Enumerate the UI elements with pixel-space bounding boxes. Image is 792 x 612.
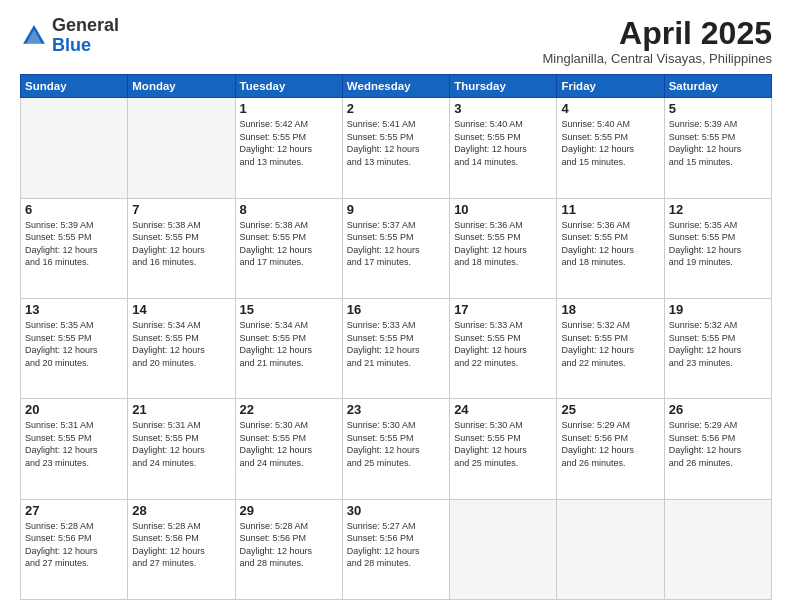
day-number: 28	[132, 503, 230, 518]
day-number: 16	[347, 302, 445, 317]
day-number: 1	[240, 101, 338, 116]
day-number: 21	[132, 402, 230, 417]
weekday-header-friday: Friday	[557, 75, 664, 98]
day-cell	[664, 499, 771, 599]
day-detail: Sunrise: 5:33 AM Sunset: 5:55 PM Dayligh…	[347, 319, 445, 369]
day-cell: 11Sunrise: 5:36 AM Sunset: 5:55 PM Dayli…	[557, 198, 664, 298]
week-row-0: 1Sunrise: 5:42 AM Sunset: 5:55 PM Daylig…	[21, 98, 772, 198]
day-cell: 7Sunrise: 5:38 AM Sunset: 5:55 PM Daylig…	[128, 198, 235, 298]
day-detail: Sunrise: 5:39 AM Sunset: 5:55 PM Dayligh…	[669, 118, 767, 168]
day-cell: 26Sunrise: 5:29 AM Sunset: 5:56 PM Dayli…	[664, 399, 771, 499]
week-row-2: 13Sunrise: 5:35 AM Sunset: 5:55 PM Dayli…	[21, 298, 772, 398]
day-number: 8	[240, 202, 338, 217]
weekday-header-sunday: Sunday	[21, 75, 128, 98]
logo-icon	[20, 22, 48, 50]
day-cell: 20Sunrise: 5:31 AM Sunset: 5:55 PM Dayli…	[21, 399, 128, 499]
weekday-header-thursday: Thursday	[450, 75, 557, 98]
day-cell: 24Sunrise: 5:30 AM Sunset: 5:55 PM Dayli…	[450, 399, 557, 499]
day-number: 27	[25, 503, 123, 518]
day-detail: Sunrise: 5:38 AM Sunset: 5:55 PM Dayligh…	[240, 219, 338, 269]
day-detail: Sunrise: 5:36 AM Sunset: 5:55 PM Dayligh…	[561, 219, 659, 269]
logo-general: General	[52, 15, 119, 35]
day-detail: Sunrise: 5:30 AM Sunset: 5:55 PM Dayligh…	[454, 419, 552, 469]
day-cell: 13Sunrise: 5:35 AM Sunset: 5:55 PM Dayli…	[21, 298, 128, 398]
day-number: 13	[25, 302, 123, 317]
day-cell	[557, 499, 664, 599]
day-number: 29	[240, 503, 338, 518]
weekday-header-monday: Monday	[128, 75, 235, 98]
day-detail: Sunrise: 5:41 AM Sunset: 5:55 PM Dayligh…	[347, 118, 445, 168]
day-cell: 9Sunrise: 5:37 AM Sunset: 5:55 PM Daylig…	[342, 198, 449, 298]
day-number: 10	[454, 202, 552, 217]
day-number: 19	[669, 302, 767, 317]
month-title: April 2025	[542, 16, 772, 51]
day-number: 24	[454, 402, 552, 417]
day-cell: 25Sunrise: 5:29 AM Sunset: 5:56 PM Dayli…	[557, 399, 664, 499]
day-cell: 17Sunrise: 5:33 AM Sunset: 5:55 PM Dayli…	[450, 298, 557, 398]
day-number: 9	[347, 202, 445, 217]
day-number: 18	[561, 302, 659, 317]
week-row-3: 20Sunrise: 5:31 AM Sunset: 5:55 PM Dayli…	[21, 399, 772, 499]
day-cell: 27Sunrise: 5:28 AM Sunset: 5:56 PM Dayli…	[21, 499, 128, 599]
day-detail: Sunrise: 5:32 AM Sunset: 5:55 PM Dayligh…	[669, 319, 767, 369]
day-cell: 28Sunrise: 5:28 AM Sunset: 5:56 PM Dayli…	[128, 499, 235, 599]
day-number: 17	[454, 302, 552, 317]
day-detail: Sunrise: 5:40 AM Sunset: 5:55 PM Dayligh…	[454, 118, 552, 168]
day-number: 2	[347, 101, 445, 116]
day-cell: 10Sunrise: 5:36 AM Sunset: 5:55 PM Dayli…	[450, 198, 557, 298]
logo-blue: Blue	[52, 35, 91, 55]
header: General Blue April 2025 Minglanilla, Cen…	[20, 16, 772, 66]
weekday-header-wednesday: Wednesday	[342, 75, 449, 98]
day-cell: 15Sunrise: 5:34 AM Sunset: 5:55 PM Dayli…	[235, 298, 342, 398]
week-row-1: 6Sunrise: 5:39 AM Sunset: 5:55 PM Daylig…	[21, 198, 772, 298]
day-number: 7	[132, 202, 230, 217]
day-cell: 4Sunrise: 5:40 AM Sunset: 5:55 PM Daylig…	[557, 98, 664, 198]
day-number: 30	[347, 503, 445, 518]
title-block: April 2025 Minglanilla, Central Visayas,…	[542, 16, 772, 66]
day-cell: 16Sunrise: 5:33 AM Sunset: 5:55 PM Dayli…	[342, 298, 449, 398]
day-cell: 18Sunrise: 5:32 AM Sunset: 5:55 PM Dayli…	[557, 298, 664, 398]
weekday-header-row: SundayMondayTuesdayWednesdayThursdayFrid…	[21, 75, 772, 98]
day-cell	[450, 499, 557, 599]
day-cell	[21, 98, 128, 198]
day-number: 14	[132, 302, 230, 317]
day-detail: Sunrise: 5:38 AM Sunset: 5:55 PM Dayligh…	[132, 219, 230, 269]
day-number: 11	[561, 202, 659, 217]
day-detail: Sunrise: 5:34 AM Sunset: 5:55 PM Dayligh…	[132, 319, 230, 369]
day-cell: 21Sunrise: 5:31 AM Sunset: 5:55 PM Dayli…	[128, 399, 235, 499]
day-detail: Sunrise: 5:33 AM Sunset: 5:55 PM Dayligh…	[454, 319, 552, 369]
day-detail: Sunrise: 5:40 AM Sunset: 5:55 PM Dayligh…	[561, 118, 659, 168]
day-detail: Sunrise: 5:27 AM Sunset: 5:56 PM Dayligh…	[347, 520, 445, 570]
day-cell: 12Sunrise: 5:35 AM Sunset: 5:55 PM Dayli…	[664, 198, 771, 298]
day-cell: 1Sunrise: 5:42 AM Sunset: 5:55 PM Daylig…	[235, 98, 342, 198]
day-detail: Sunrise: 5:35 AM Sunset: 5:55 PM Dayligh…	[669, 219, 767, 269]
day-cell: 2Sunrise: 5:41 AM Sunset: 5:55 PM Daylig…	[342, 98, 449, 198]
day-number: 15	[240, 302, 338, 317]
day-cell: 23Sunrise: 5:30 AM Sunset: 5:55 PM Dayli…	[342, 399, 449, 499]
day-detail: Sunrise: 5:42 AM Sunset: 5:55 PM Dayligh…	[240, 118, 338, 168]
day-cell: 22Sunrise: 5:30 AM Sunset: 5:55 PM Dayli…	[235, 399, 342, 499]
day-detail: Sunrise: 5:28 AM Sunset: 5:56 PM Dayligh…	[240, 520, 338, 570]
day-number: 20	[25, 402, 123, 417]
day-detail: Sunrise: 5:31 AM Sunset: 5:55 PM Dayligh…	[25, 419, 123, 469]
day-detail: Sunrise: 5:37 AM Sunset: 5:55 PM Dayligh…	[347, 219, 445, 269]
calendar-table: SundayMondayTuesdayWednesdayThursdayFrid…	[20, 74, 772, 600]
day-cell: 29Sunrise: 5:28 AM Sunset: 5:56 PM Dayli…	[235, 499, 342, 599]
day-cell: 3Sunrise: 5:40 AM Sunset: 5:55 PM Daylig…	[450, 98, 557, 198]
day-detail: Sunrise: 5:29 AM Sunset: 5:56 PM Dayligh…	[669, 419, 767, 469]
day-detail: Sunrise: 5:32 AM Sunset: 5:55 PM Dayligh…	[561, 319, 659, 369]
day-detail: Sunrise: 5:39 AM Sunset: 5:55 PM Dayligh…	[25, 219, 123, 269]
logo: General Blue	[20, 16, 119, 56]
day-number: 22	[240, 402, 338, 417]
day-detail: Sunrise: 5:28 AM Sunset: 5:56 PM Dayligh…	[132, 520, 230, 570]
logo-text: General Blue	[52, 16, 119, 56]
week-row-4: 27Sunrise: 5:28 AM Sunset: 5:56 PM Dayli…	[21, 499, 772, 599]
day-detail: Sunrise: 5:34 AM Sunset: 5:55 PM Dayligh…	[240, 319, 338, 369]
day-cell: 14Sunrise: 5:34 AM Sunset: 5:55 PM Dayli…	[128, 298, 235, 398]
day-number: 23	[347, 402, 445, 417]
day-detail: Sunrise: 5:36 AM Sunset: 5:55 PM Dayligh…	[454, 219, 552, 269]
page: General Blue April 2025 Minglanilla, Cen…	[0, 0, 792, 612]
weekday-header-saturday: Saturday	[664, 75, 771, 98]
day-cell: 30Sunrise: 5:27 AM Sunset: 5:56 PM Dayli…	[342, 499, 449, 599]
location: Minglanilla, Central Visayas, Philippine…	[542, 51, 772, 66]
